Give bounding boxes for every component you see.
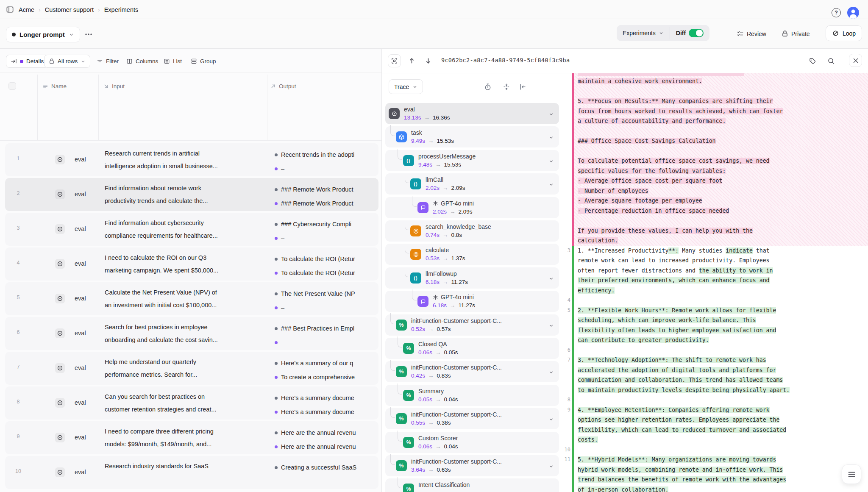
trace-span-row[interactable]: ()llmFollowup 6.18s→11.27s — [385, 267, 559, 289]
span-durations: 9.48s→15.53s — [418, 161, 461, 168]
table-row[interactable]: 4 evalI need to calculate the ROI on our… — [5, 247, 378, 281]
trace-span-row[interactable]: GPT-4o mini 6.18s→11.27s — [385, 291, 559, 312]
avatar[interactable] — [847, 7, 859, 19]
chevron-down-icon[interactable] — [548, 370, 554, 375]
loop-button[interactable]: Loop — [826, 25, 862, 41]
expand-trace-icon[interactable] — [388, 54, 401, 67]
diff-removed-line — [562, 146, 868, 156]
experiments-view-selector[interactable]: Experiments — [617, 25, 670, 41]
eval-icon — [55, 189, 65, 199]
trace-span-row[interactable]: %initFunction-Customer support-C... 0.55… — [385, 408, 559, 429]
trace-span-row[interactable]: search_knowledge_base 0.74s→0.8s — [385, 220, 559, 242]
trace-span-row[interactable]: ()llmCall 2.02s→2.09s — [385, 173, 559, 195]
select-all-checkbox[interactable] — [8, 82, 16, 90]
span-durations: 6.18s→11.27s — [433, 302, 475, 309]
chevron-down-icon — [659, 31, 664, 36]
trace-span-row[interactable]: ()processUserMessage 9.48s→15.53s — [385, 150, 559, 171]
breadcrumb-project[interactable]: Customer support — [45, 6, 94, 13]
table-row[interactable]: 2 evalFind information about remote work… — [5, 178, 378, 211]
collapse-vertical-icon[interactable] — [502, 83, 511, 91]
details-label: Details — [26, 58, 44, 64]
private-button[interactable]: Private — [779, 30, 812, 38]
list-button[interactable]: List — [160, 55, 185, 68]
trace-span-row[interactable]: calculate 0.53s→1.37s — [385, 244, 559, 265]
trace-span-row[interactable]: %Custom Scorer 0.06s→0.04s — [385, 432, 559, 453]
experiment-name: Longer prompt — [19, 31, 65, 38]
table-row[interactable]: 7 evalHelp me understand our quarterlype… — [5, 352, 378, 385]
chevron-down-icon[interactable] — [548, 158, 554, 164]
collapse-panel-icon[interactable] — [518, 83, 527, 91]
diff-line-number — [562, 465, 572, 475]
trace-view-selector[interactable]: Trace — [389, 79, 423, 94]
diff-line-number — [562, 96, 572, 106]
diff-removed-line: a culture of accountability and performa… — [562, 116, 868, 126]
trace-span-row[interactable]: task 9.49s→15.53s — [385, 126, 559, 147]
table-row[interactable]: 6 evalSearch for best practices in emplo… — [5, 317, 378, 350]
sidebar-toggle-icon[interactable] — [6, 6, 14, 14]
column-header-name[interactable]: Name — [42, 83, 67, 89]
output-bullet-purple — [275, 167, 278, 170]
diff-added-line: trend balances the benefits of remote wo… — [562, 475, 868, 485]
experiment-selector[interactable]: Longer prompt — [6, 27, 80, 42]
columns-button[interactable]: Columns — [123, 55, 161, 68]
input-cell: Research industry standards for SaaS — [105, 460, 269, 473]
span-name: initFunction-Customer support-C... — [411, 411, 502, 418]
trace-span-row[interactable]: %initFunction-Customer support-C... 3.64… — [385, 455, 559, 476]
diff-added-line: 8 — [562, 395, 868, 405]
span-name: Custom Scorer — [418, 435, 458, 442]
trace-span-row[interactable]: %Summary 0.05s→0.04s — [385, 385, 559, 406]
floating-menu-button[interactable] — [842, 464, 861, 484]
breadcrumb-section[interactable]: Experiments — [104, 6, 139, 13]
tree-connector — [398, 384, 402, 395]
chevron-down-icon[interactable] — [548, 464, 554, 469]
details-button[interactable]: Details — [6, 55, 48, 68]
tree-connector — [405, 266, 409, 277]
table-row[interactable]: 10 evalResearch industry standards for S… — [5, 456, 378, 489]
tree-connector — [390, 454, 395, 465]
column-header-input[interactable]: Input — [103, 83, 125, 89]
search-icon[interactable] — [827, 57, 835, 65]
tag-icon[interactable] — [809, 57, 816, 65]
trace-span-row[interactable]: eval 13.13s→16.36s — [385, 103, 559, 124]
row-number: 7 — [11, 364, 25, 370]
previous-row-icon[interactable] — [408, 57, 415, 64]
diff-removed-line: specific values for the following variab… — [562, 166, 868, 176]
details-status-dot — [20, 60, 23, 63]
breadcrumb-org[interactable]: Acme — [19, 6, 34, 13]
rows-filter-button[interactable]: All rows — [44, 55, 90, 68]
review-button[interactable]: Review — [734, 30, 769, 38]
chevron-down-icon[interactable] — [548, 111, 554, 117]
trace-id[interactable]: 9c062bc2-a8c7-4a88-9749-5cf840f3c9ba — [441, 57, 570, 64]
trace-span-row[interactable]: %initFunction-Customer support-C... 0.52… — [385, 314, 559, 336]
next-row-icon[interactable] — [425, 57, 432, 64]
table-row[interactable]: 9 evalI need to compare three different … — [5, 421, 378, 454]
trace-span-row[interactable]: GPT-4o mini 2.02s→2.09s — [385, 197, 559, 218]
diff-added-line: 94. **Employee Retention**: Companies of… — [562, 405, 868, 415]
trace-span-row[interactable]: %initFunction-Customer support-C... 0.42… — [385, 361, 559, 382]
table-row[interactable]: 1 evalResearch current trends in artific… — [5, 143, 378, 176]
chevron-down-icon[interactable] — [548, 182, 554, 187]
group-button[interactable]: Group — [187, 55, 220, 68]
chevron-down-icon[interactable] — [548, 276, 554, 281]
output-cell-line: ### Remote Work Product — [275, 183, 379, 196]
table-row[interactable]: 3 evalFind information about cybersecuri… — [5, 213, 378, 246]
trace-span-tree: eval 13.13s→16.36s task 9.49s→15.53s ()p… — [385, 103, 560, 492]
diff-toggle[interactable] — [689, 29, 704, 37]
trace-span-row[interactable]: %Intent Classification — [385, 478, 559, 492]
close-icon[interactable] — [849, 54, 862, 67]
timing-icon[interactable] — [484, 83, 492, 91]
chevron-down-icon[interactable] — [548, 417, 554, 422]
more-options-button[interactable] — [83, 30, 94, 39]
column-header-output[interactable]: Output — [270, 83, 296, 89]
filter-button[interactable]: Filter — [93, 55, 122, 68]
span-name: initFunction-Customer support-C... — [411, 458, 502, 465]
hamburger-icon — [848, 472, 855, 477]
table-row[interactable]: 5 evalCalculate the Net Present Value (N… — [5, 282, 378, 315]
table-row[interactable]: 8 evalCan you search for best practices … — [5, 386, 378, 420]
chevron-down-icon[interactable] — [548, 135, 554, 140]
diff-added-line: of in-person collaboration. — [562, 485, 868, 492]
trace-span-row[interactable]: %Closed QA 0.06s→0.05s — [385, 338, 559, 359]
chevron-down-icon[interactable] — [548, 323, 554, 328]
help-icon[interactable]: ? — [832, 8, 841, 17]
output-bullet-purple — [275, 411, 278, 414]
